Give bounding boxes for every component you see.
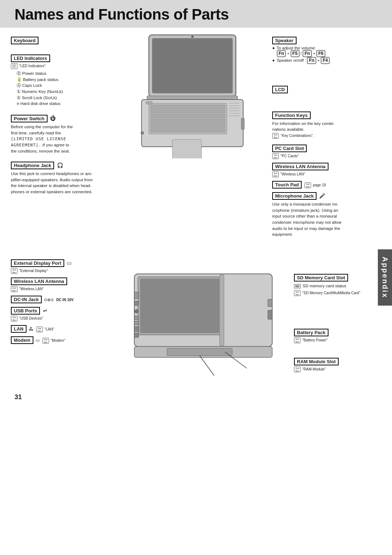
svg-rect-8 — [151, 114, 225, 118]
mic-icon: 🎤 — [319, 193, 325, 199]
power-switch-desc: Before using the computer for the first … — [11, 124, 113, 154]
fk-ref-text: "Key Combinations". — [281, 134, 314, 138]
svg-rect-31 — [134, 321, 139, 325]
battery-ref-text: "Battery Power" — [302, 338, 328, 342]
page-title: Names and Functions of Parts — [15, 6, 377, 23]
sd-ref-icon: RefMan — [294, 290, 301, 296]
keyboard-label-section: Keyboard — [11, 37, 113, 44]
ram-module-label: RAM Module Slot — [294, 358, 339, 365]
led-item-5: ② Scroll Lock (ScrLk) — [17, 95, 113, 101]
touch-pad-ref: RefMan page 19 — [305, 183, 326, 187]
pc-ref-icon: RefMan — [272, 153, 279, 159]
plus-1: + — [287, 51, 291, 56]
svg-rect-25 — [140, 279, 219, 333]
microphone-jack-section: Microphone Jack 🎤 Use only a monaural co… — [272, 192, 381, 238]
wireless-lan-top-section: Wireless LAN Antenna RefMan "Wireless LA… — [272, 163, 381, 177]
modem-ref-icon: RefMan — [42, 338, 49, 344]
function-keys-label: Function Keys — [272, 112, 311, 119]
wlan-btm-ref-text: "Wireless LAN" — [19, 287, 44, 291]
sd-ref: RefMan "SD Memory Card/MultiMedia Card" — [294, 290, 392, 296]
bottom-laptop-diagram — [113, 245, 294, 405]
svg-rect-7 — [151, 110, 225, 113]
sd-memory-label: SD Memory Card Slot — [294, 274, 348, 281]
led-item-1: ⓪ Power status — [17, 70, 113, 77]
pc-card-slot-label: PC Card Slot — [272, 145, 307, 152]
headphone-jack-section: Headphone Jack 🎧 Use this jack to connec… — [11, 162, 113, 195]
battery-pack-label: Battery Pack — [294, 329, 328, 336]
tp-ref-text: page 19 — [313, 183, 326, 187]
sd-status-text: SD memory card status — [303, 284, 346, 288]
sd-memory-status: SD SD memory card status — [294, 283, 392, 289]
ram-ref-text: "RAM Module" — [302, 367, 326, 371]
usb-ports-section: USB Ports ⇌ RefMan "USB Devices" — [11, 307, 113, 321]
svg-rect-6 — [151, 105, 225, 109]
headphone-jack-desc: Use this jack to connect headphones or a… — [11, 171, 113, 195]
lan-label: LAN — [11, 325, 26, 333]
microphone-jack-desc: Use only a monaural condenser mi- cropho… — [272, 201, 381, 238]
display-icon: ▭ — [67, 260, 72, 266]
function-keys-section: Function Keys For information on the key… — [272, 112, 381, 139]
ram-module-section: RAM Module Slot RefMan "RAM Module" — [294, 358, 392, 372]
ram-ref-icon: RefMan — [294, 366, 301, 372]
pc-ref-text: "PC Cards" — [281, 154, 299, 158]
svg-rect-37 — [167, 348, 232, 356]
dc-subtitle: DC IN 16V — [56, 298, 74, 302]
svg-rect-12 — [172, 139, 201, 158]
ref-manual-icon: RefMan — [11, 63, 17, 69]
led-items: ⓪ Power status 🔋 Battery pack status Ⓐ C… — [11, 70, 113, 107]
led-item-2: 🔋 Battery pack status — [17, 77, 113, 83]
usb-icon: ⇌ — [43, 308, 47, 313]
dc-in-jack-section: DC-IN Jack ⊙⊕⊙ DC IN 16V — [11, 296, 113, 303]
svg-point-22 — [191, 36, 193, 38]
svg-rect-33 — [134, 333, 139, 337]
svg-rect-28 — [134, 301, 139, 305]
svg-rect-32 — [134, 327, 139, 332]
lan-icon: 🖧 — [29, 326, 33, 332]
external-display-label: External Display Port — [11, 259, 64, 267]
top-diagram: Keyboard LED Indicators RefMan "LED Indi… — [11, 31, 381, 241]
plus-3: + — [317, 58, 321, 62]
modem-label: Modem — [11, 336, 33, 344]
wlan-top-ref-text: "Wireless LAN" — [281, 172, 305, 176]
external-display-section: External Display Port ▭ RefMan "External… — [11, 259, 113, 274]
page-number: 31 — [15, 393, 22, 401]
power-switch-section: Power Switch ⏻ Before using the computer… — [11, 115, 113, 154]
dc-in-jack-label: DC-IN Jack — [11, 296, 42, 303]
pc-card-ref: RefMan "PC Cards" — [272, 153, 381, 159]
modem-section: Modem ▭ RefMan "Modem" — [11, 336, 113, 344]
top-left-labels: Keyboard LED Indicators RefMan "LED Indi… — [11, 31, 113, 241]
f4-key: F4 — [321, 57, 330, 64]
battery-ref: RefMan "Battery Power" — [294, 337, 392, 343]
fn-key-1: Fn — [277, 50, 286, 57]
led-indicators-label: LED Indicators — [11, 54, 50, 62]
modem-icon: ▭ — [36, 338, 40, 343]
function-keys-desc: For information on the key combi- nation… — [272, 121, 381, 139]
wlan-btm-ref-icon: RefMan — [11, 286, 17, 292]
headphone-jack-label: Headphone Jack — [11, 162, 54, 169]
appendix-tab: Appendix — [378, 249, 392, 305]
top-laptop-diagram — [113, 31, 272, 241]
lcd-section: LCD — [272, 86, 381, 93]
led-item-4: ① Numeric Key (NumLk) — [17, 89, 113, 95]
ext-display-ref: RefMan "External Display" — [11, 268, 113, 274]
svg-rect-10 — [151, 124, 225, 127]
svg-rect-9 — [151, 119, 225, 123]
laptop-top-svg — [113, 31, 272, 158]
f5-key: F5 — [291, 50, 299, 57]
ext-disp-ref-icon: RefMan — [11, 268, 17, 274]
led-ref-text: "LED Indicators" — [19, 64, 46, 68]
bottom-left-labels: External Display Port ▭ RefMan "External… — [11, 245, 113, 405]
fn-key-3: Fn — [307, 57, 316, 64]
usb-ref-icon: RefMan — [11, 316, 17, 321]
ram-ref: RefMan "RAM Module" — [294, 366, 392, 372]
top-right-labels: Speaker ● To adjust the volume: Fn + F5 … — [272, 31, 381, 241]
speaker-label: Speaker — [272, 37, 297, 44]
svg-rect-2 — [153, 39, 232, 92]
usb-ref-text: "USB Devices" — [19, 316, 43, 320]
usb-ports-label: USB Ports — [11, 307, 40, 315]
fn-key-2: Fn — [303, 50, 312, 57]
dc-icon: ⊙⊕⊙ — [44, 297, 54, 302]
power-icon: ⏻ — [50, 115, 56, 121]
svg-rect-21 — [241, 118, 244, 129]
led-indicators-section: LED Indicators RefMan "LED Indicators" ⓪… — [11, 54, 113, 107]
